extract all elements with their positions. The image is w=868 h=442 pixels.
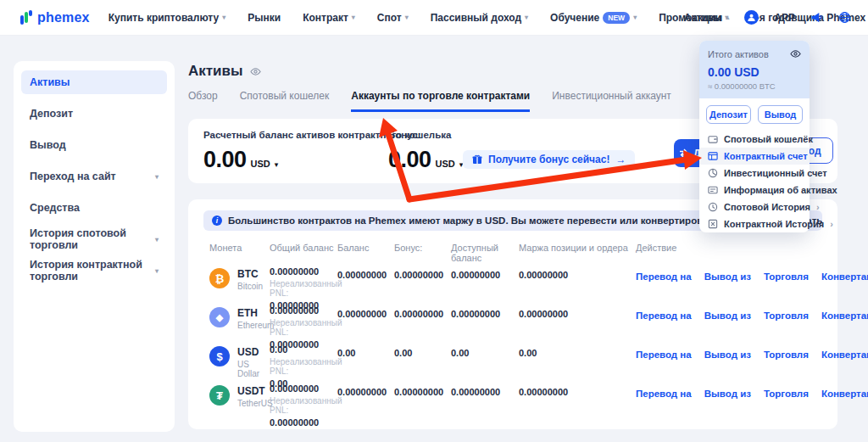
usd-coin-icon: $ bbox=[209, 346, 230, 366]
info-icon: i bbox=[212, 215, 222, 226]
gift-icon bbox=[472, 154, 482, 165]
coin-symbol: USDT bbox=[237, 385, 273, 397]
chevron-right-icon: › bbox=[816, 202, 820, 212]
nav-education[interactable]: ОбучениеNEW▾ bbox=[550, 12, 637, 24]
menu-contract-history[interactable]: Контрактной История › bbox=[699, 215, 810, 232]
dropdown-withdraw-button[interactable]: Вывод bbox=[758, 105, 803, 124]
history-document-icon bbox=[708, 219, 718, 229]
assets-dropdown-panel: Итого активов 0.00 USD ≈ 0.00000000 BTC … bbox=[699, 41, 810, 232]
pie-chart-icon bbox=[708, 168, 718, 178]
sidebar: Активы Депозит Вывод Переход на сайт▾ Ср… bbox=[14, 61, 175, 432]
available-balance: 0.00000000 bbox=[451, 377, 519, 428]
balance-currency: USD bbox=[251, 159, 270, 169]
chevron-down-icon: ▾ bbox=[155, 267, 159, 275]
bonus: 0.00000000 bbox=[394, 377, 451, 428]
sidebar-item-deposit[interactable]: Депозит bbox=[21, 102, 167, 126]
tab-overview[interactable]: Обзор bbox=[188, 90, 218, 112]
announcement-icon[interactable] bbox=[810, 11, 823, 24]
sidebar-item-withdraw[interactable]: Вывод bbox=[21, 133, 167, 157]
transfer-to-link[interactable]: Перевод на bbox=[636, 389, 692, 428]
nav-markets[interactable]: Рынки bbox=[248, 12, 281, 24]
chevron-down-icon[interactable]: ▾ bbox=[275, 160, 279, 169]
tab-contract-accounts[interactable]: Аккаунты по торговле контрактами bbox=[351, 90, 530, 112]
chevron-down-icon: ▾ bbox=[633, 14, 637, 21]
dropdown-deposit-button[interactable]: Депозит bbox=[706, 105, 751, 124]
nav-contract[interactable]: Контракт▾ bbox=[303, 12, 355, 24]
account-tabs: Обзор Спотовый кошелек Аккаунты по торго… bbox=[188, 90, 671, 112]
menu-spot-history[interactable]: Спотовой История › bbox=[699, 199, 810, 215]
sidebar-item-go-to-site[interactable]: Переход на сайт▾ bbox=[21, 165, 167, 188]
asset-info-icon bbox=[708, 185, 718, 195]
visibility-eye-icon[interactable] bbox=[250, 66, 261, 77]
coin-name: US Dollar bbox=[237, 360, 270, 378]
coin-symbol: USD bbox=[237, 346, 270, 358]
coin-name: Bitcoin bbox=[237, 282, 263, 291]
chevron-down-icon: ▾ bbox=[525, 14, 528, 21]
transfer-icon bbox=[678, 148, 689, 159]
total-assets-value: 0.00 USD bbox=[708, 65, 801, 79]
balance: 0.00000000 bbox=[337, 377, 394, 428]
eth-coin-icon: ◆ bbox=[209, 307, 230, 327]
tab-investment-account[interactable]: Инвестиционный аккаунт bbox=[552, 90, 671, 112]
withdraw-from-link[interactable]: Вывод из bbox=[704, 389, 751, 428]
chevron-down-icon: ▾ bbox=[405, 14, 409, 21]
pnl-label: Нереализованный PNL: bbox=[270, 279, 337, 298]
total-assets-label: Итого активов bbox=[708, 49, 769, 59]
get-bonus-button[interactable]: Получите бонус сейчас! → bbox=[463, 150, 635, 169]
sidebar-item-contract-history[interactable]: История контрактной торговли▾ bbox=[21, 259, 167, 283]
nav-buy-crypto[interactable]: Купить криптовалюту▾ bbox=[108, 12, 226, 24]
pnl-value: 0.00000000 bbox=[270, 417, 337, 428]
coin-name: Ethereum bbox=[237, 321, 274, 330]
table-row: ◆ ETHEthereum 0.00000000 Нереализованный… bbox=[209, 299, 821, 338]
total-assets-header: Итого активов 0.00 USD ≈ 0.00000000 BTC bbox=[699, 41, 810, 98]
coin-symbol: ETH bbox=[237, 307, 274, 319]
coin-symbol: BTC bbox=[237, 268, 263, 280]
menu-investment-account[interactable]: Инвестиционный счет bbox=[699, 165, 810, 182]
wallet-icon bbox=[708, 134, 718, 144]
nav-assets-menu[interactable]: Активы▴ bbox=[684, 12, 730, 24]
bonus-label: Бонус: bbox=[388, 130, 463, 140]
sidebar-item-assets[interactable]: Активы bbox=[21, 70, 167, 94]
app-link[interactable]: APP bbox=[774, 12, 795, 24]
person-icon bbox=[747, 13, 756, 22]
usdt-coin-icon: ₮ bbox=[209, 385, 230, 406]
pnl-label: Нереализованный PNL: bbox=[270, 396, 337, 415]
total-balance: 0.00000000 bbox=[270, 266, 337, 277]
convert-link[interactable]: Конвертация bbox=[821, 389, 868, 428]
brand-name: phemex bbox=[37, 10, 90, 25]
trade-link[interactable]: Торговля bbox=[764, 389, 809, 428]
contract-assets-card: i Большинство контрактов на Phemex имеют… bbox=[188, 199, 837, 429]
visibility-eye-icon[interactable] bbox=[790, 48, 801, 59]
pnl-label: Нереализованный PNL: bbox=[270, 318, 337, 337]
total-balance: 0.00000000 bbox=[270, 383, 337, 394]
tab-spot-wallet[interactable]: Спотовый кошелек bbox=[240, 90, 330, 112]
phemex-logo-icon bbox=[20, 10, 33, 25]
coin-name: TetherUS bbox=[237, 399, 273, 408]
user-avatar[interactable] bbox=[744, 10, 759, 25]
btc-coin-icon: ₿ bbox=[209, 268, 230, 288]
chevron-down-icon: ▾ bbox=[155, 236, 159, 243]
globe-language-icon[interactable] bbox=[838, 11, 851, 24]
chevron-down-icon: ▾ bbox=[155, 173, 159, 181]
pnl-label: Нереализованный PNL: bbox=[270, 357, 337, 376]
contract-account-icon bbox=[708, 151, 718, 161]
total-balance: 0.00000000 bbox=[270, 305, 337, 316]
table-row: ₮ USDTTetherUS 0.00000000 Нереализованны… bbox=[209, 377, 821, 416]
sidebar-item-funds[interactable]: Средства bbox=[21, 196, 167, 220]
arrow-right-icon: → bbox=[615, 154, 626, 165]
history-clock-icon bbox=[708, 202, 718, 212]
menu-contract-account[interactable]: Контрактный счет bbox=[699, 148, 810, 165]
nav-passive-income[interactable]: Пассивный доход▾ bbox=[431, 12, 528, 24]
chevron-down-icon: ▾ bbox=[352, 14, 355, 21]
nav-spot[interactable]: Спот▾ bbox=[377, 12, 409, 24]
top-navigation: phemex Купить криптовалюту▾ Рынки Контра… bbox=[0, 0, 868, 36]
chevron-up-icon: ▴ bbox=[726, 14, 729, 21]
table-row: $ USDUS Dollar 0.00 Нереализованный PNL:… bbox=[209, 338, 821, 377]
menu-asset-information[interactable]: Информация об активах bbox=[699, 182, 810, 199]
sidebar-item-spot-history[interactable]: История спотовой торговли▾ bbox=[21, 227, 167, 251]
bonus-currency: USD bbox=[436, 159, 455, 169]
phemex-logo[interactable]: phemex bbox=[20, 10, 90, 25]
chevron-right-icon: › bbox=[830, 219, 833, 229]
btc-equivalent: ≈ 0.00000000 BTC bbox=[708, 81, 801, 91]
menu-spot-wallet[interactable]: Спотовый кошелёк bbox=[699, 131, 810, 148]
